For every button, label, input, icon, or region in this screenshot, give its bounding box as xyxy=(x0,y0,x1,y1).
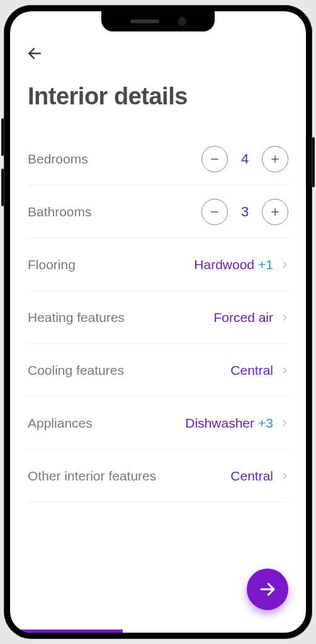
back-button[interactable] xyxy=(24,43,45,64)
heating-value: Forced air xyxy=(213,310,273,325)
chevron-right-icon xyxy=(281,258,288,271)
volume-up-button xyxy=(1,118,4,156)
other-features-row[interactable]: Other interior features Central xyxy=(28,450,288,502)
minus-icon xyxy=(209,153,220,165)
bedrooms-increment-button[interactable] xyxy=(262,146,288,172)
screen: Interior details Bedrooms 4 Bathrooms xyxy=(10,11,306,633)
other-features-value: Central xyxy=(230,469,273,484)
appliances-extra: +3 xyxy=(258,416,273,431)
bedrooms-stepper: 4 xyxy=(201,146,288,172)
plus-icon xyxy=(269,206,281,218)
appliances-label: Appliances xyxy=(28,416,93,431)
bathrooms-stepper: 3 xyxy=(201,199,288,225)
cooling-label: Cooling features xyxy=(28,363,124,378)
notch xyxy=(101,11,215,31)
bedrooms-decrement-button[interactable] xyxy=(201,146,228,172)
bedrooms-row: Bedrooms 4 xyxy=(28,133,288,186)
arrow-right-icon xyxy=(258,580,277,599)
progress-bar xyxy=(10,630,306,633)
bathrooms-decrement-button[interactable] xyxy=(201,199,228,225)
cooling-row[interactable]: Cooling features Central xyxy=(28,344,288,397)
chevron-right-icon xyxy=(281,311,288,324)
bathrooms-row: Bathrooms 3 xyxy=(28,186,288,238)
bedrooms-value: 4 xyxy=(228,151,262,167)
volume-down-button xyxy=(1,169,4,206)
cooling-value: Central xyxy=(230,363,273,378)
next-fab-button[interactable] xyxy=(247,569,288,610)
phone-frame: Interior details Bedrooms 4 Bathrooms xyxy=(4,5,312,639)
content-area: Interior details Bedrooms 4 Bathrooms xyxy=(10,11,306,633)
plus-icon xyxy=(269,153,281,165)
chevron-right-icon xyxy=(281,470,288,482)
heating-label: Heating features xyxy=(28,310,125,325)
chevron-right-icon xyxy=(281,364,288,377)
flooring-row[interactable]: Flooring Hardwood +1 xyxy=(28,238,288,291)
flooring-label: Flooring xyxy=(28,257,76,272)
power-button xyxy=(312,137,315,187)
bathrooms-label: Bathrooms xyxy=(28,204,92,219)
appliances-value: Dishwasher xyxy=(185,416,254,431)
chevron-right-icon xyxy=(281,417,288,430)
bathrooms-increment-button[interactable] xyxy=(262,199,288,225)
bedrooms-label: Bedrooms xyxy=(28,152,88,167)
other-features-label: Other interior features xyxy=(28,469,156,484)
appliances-row[interactable]: Appliances Dishwasher +3 xyxy=(28,397,288,450)
arrow-left-icon xyxy=(26,45,43,62)
progress-fill xyxy=(10,630,123,633)
minus-icon xyxy=(209,206,220,218)
page-title: Interior details xyxy=(28,83,288,110)
flooring-value: Hardwood xyxy=(194,257,254,272)
heating-row[interactable]: Heating features Forced air xyxy=(28,291,288,344)
bathrooms-value: 3 xyxy=(228,204,262,220)
flooring-extra: +1 xyxy=(258,257,273,272)
